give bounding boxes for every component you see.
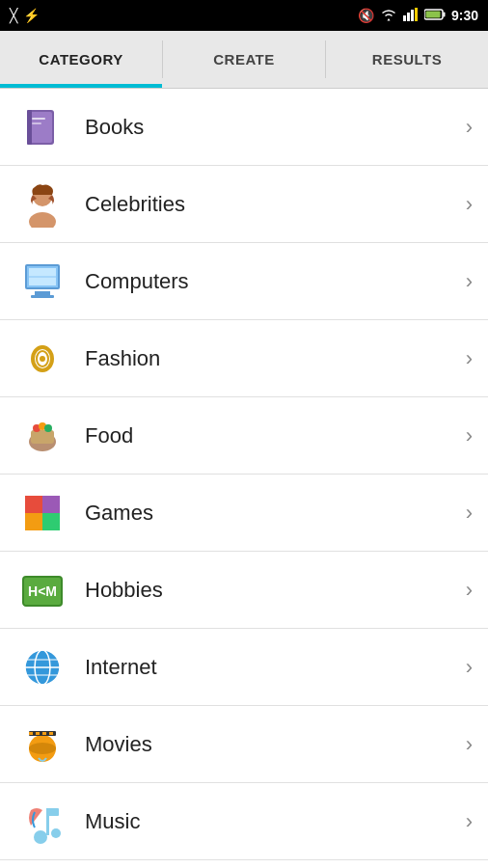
movies-icon	[15, 718, 69, 772]
svg-rect-6	[425, 12, 440, 18]
computers-icon	[15, 255, 69, 309]
hobbies-chevron: ›	[466, 578, 473, 603]
internet-icon	[15, 640, 69, 694]
svg-rect-16	[35, 291, 50, 295]
svg-text:H<M: H<M	[28, 583, 57, 599]
tab-create-label: CREATE	[213, 51, 275, 68]
status-bar-left: ╳ ⚡	[10, 8, 40, 23]
fashion-label: Fashion	[85, 346, 466, 371]
svg-rect-32	[42, 513, 60, 530]
games-chevron: ›	[466, 501, 473, 526]
list-item[interactable]: Music ›	[0, 783, 488, 860]
tab-category[interactable]: CATEGORY	[0, 31, 162, 88]
status-bar: ╳ ⚡ 🔇 9:30	[0, 0, 488, 31]
list-item[interactable]: Food ›	[0, 397, 488, 475]
list-item[interactable]: Games ›	[0, 475, 488, 552]
mute-icon: 🔇	[358, 8, 374, 23]
svg-rect-48	[49, 732, 53, 735]
list-item[interactable]: Books ›	[0, 89, 488, 166]
svg-rect-2	[411, 10, 414, 21]
tab-results-label: RESULTS	[372, 51, 442, 68]
svg-rect-25	[31, 430, 54, 444]
list-item[interactable]: Celebrities ›	[0, 166, 488, 243]
list-item[interactable]: H<M Hobbies ›	[0, 552, 488, 629]
svg-rect-17	[31, 295, 54, 298]
list-item[interactable]: Fashion ›	[0, 320, 488, 397]
internet-chevron: ›	[466, 655, 473, 680]
list-item[interactable]: Computers ›	[0, 243, 488, 320]
games-label: Games	[85, 501, 466, 526]
music-icon	[15, 795, 69, 849]
computers-chevron: ›	[466, 269, 473, 294]
usb-icon: ╳	[10, 8, 17, 23]
svg-rect-45	[29, 732, 33, 735]
svg-point-22	[40, 356, 45, 362]
tab-category-label: CATEGORY	[39, 51, 122, 68]
tab-results[interactable]: RESULTS	[326, 31, 488, 88]
movies-label: Movies	[85, 732, 466, 757]
celebrities-label: Celebrities	[85, 192, 466, 217]
svg-point-50	[51, 828, 61, 838]
games-icon	[15, 486, 69, 540]
list-item[interactable]: Movies ›	[0, 706, 488, 783]
svg-rect-31	[25, 513, 42, 530]
svg-rect-3	[415, 8, 418, 21]
fashion-chevron: ›	[466, 346, 473, 371]
battery-icon	[424, 8, 446, 23]
svg-rect-5	[443, 13, 445, 17]
music-chevron: ›	[466, 809, 473, 834]
svg-rect-0	[403, 15, 406, 21]
svg-point-49	[34, 830, 47, 844]
svg-rect-47	[42, 732, 46, 735]
celebrities-icon	[15, 177, 69, 231]
movies-chevron: ›	[466, 732, 473, 757]
svg-point-23	[41, 345, 44, 349]
svg-rect-52	[47, 808, 59, 816]
svg-rect-1	[407, 13, 410, 21]
status-time: 9:30	[451, 8, 478, 23]
svg-point-43	[29, 743, 56, 754]
internet-label: Internet	[85, 655, 466, 680]
svg-rect-9	[27, 110, 32, 145]
signal-icon	[403, 8, 419, 24]
svg-point-13	[29, 212, 56, 228]
svg-rect-29	[25, 496, 42, 513]
svg-rect-10	[32, 118, 45, 120]
list-item[interactable]: Internet ›	[0, 629, 488, 706]
wifi-icon	[380, 8, 397, 24]
fashion-icon	[15, 332, 69, 386]
tab-bar: CATEGORY CREATE RESULTS	[0, 31, 488, 89]
hobbies-icon: H<M	[15, 563, 69, 617]
svg-rect-11	[32, 122, 41, 124]
svg-rect-30	[42, 496, 60, 513]
flash-icon: ⚡	[23, 8, 40, 23]
list-item[interactable]: Politics ›	[0, 860, 488, 868]
hobbies-label: Hobbies	[85, 578, 466, 603]
food-icon	[15, 409, 69, 463]
category-list: Books › Celebrities › C	[0, 89, 488, 868]
svg-point-28	[44, 424, 52, 432]
books-label: Books	[85, 115, 466, 140]
celebrities-chevron: ›	[466, 192, 473, 217]
svg-rect-8	[29, 112, 52, 143]
svg-rect-46	[36, 732, 40, 735]
computers-label: Computers	[85, 269, 466, 294]
food-label: Food	[85, 423, 466, 448]
books-icon	[15, 100, 69, 154]
music-label: Music	[85, 809, 466, 834]
tab-create[interactable]: CREATE	[163, 31, 325, 88]
food-chevron: ›	[466, 423, 473, 448]
status-bar-right: 🔇 9:30	[358, 8, 478, 24]
books-chevron: ›	[466, 115, 473, 140]
